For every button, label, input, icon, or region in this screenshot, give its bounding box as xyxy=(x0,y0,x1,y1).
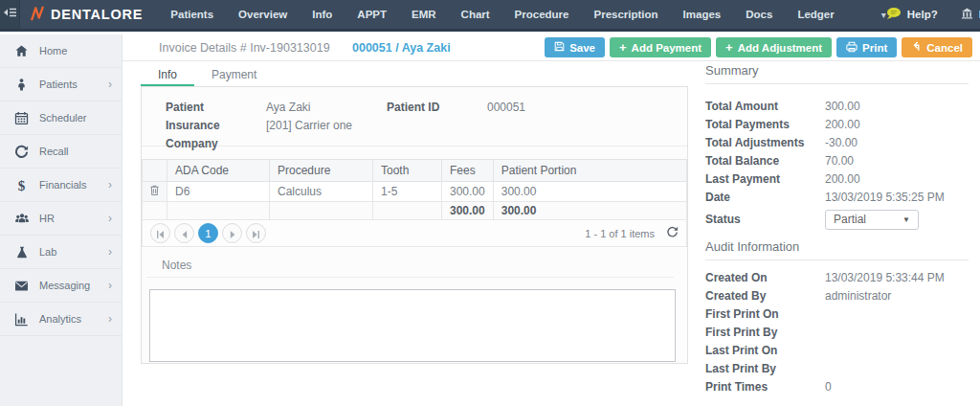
top-nav-item[interactable]: Docs xyxy=(733,0,785,29)
flask-icon xyxy=(13,244,30,260)
cell-ada-code: D6 xyxy=(167,182,270,202)
floppy-disk-icon xyxy=(554,41,565,54)
tab[interactable]: Payment xyxy=(194,66,274,86)
first-page-icon xyxy=(156,225,165,242)
topbar-right: Help? Dokki System Administrator ▼ xyxy=(886,3,980,26)
notes-textarea[interactable] xyxy=(149,289,676,362)
audit-row: Created On 13/03/2019 5:33:44 PM xyxy=(705,269,969,287)
current-page-button[interactable]: 1 xyxy=(198,223,218,243)
summary-row-value: 200.00 xyxy=(825,116,969,134)
sidebar-item[interactable]: Lab › xyxy=(0,236,122,269)
summary-row: Date 13/03/2019 5:35:25 PM xyxy=(705,189,969,207)
brand-name: DENTALORE xyxy=(51,7,143,22)
patient-id-label: Patient ID xyxy=(387,99,487,117)
audit-row: First Print On xyxy=(705,305,969,324)
col-tooth: Tooth xyxy=(373,160,442,182)
audit-row: Print Times 0 xyxy=(705,378,969,396)
sidebar-collapse-button[interactable] xyxy=(0,0,20,29)
cancel-button[interactable]: Cancel xyxy=(902,37,972,57)
sidebar-item[interactable]: HR › xyxy=(0,202,122,236)
page-title: Invoice Details # Inv-190313019 xyxy=(159,41,330,55)
sidebar-item[interactable]: Home › xyxy=(0,34,122,68)
next-page-icon xyxy=(229,225,236,242)
audit-row-label: Print Times xyxy=(705,378,825,396)
col-patient-portion: Patient Portion xyxy=(493,160,686,182)
cell-procedure: Calculus xyxy=(270,182,373,202)
sidebar-item-label: Analytics xyxy=(39,313,108,325)
dropdown-caret-icon: ▼ xyxy=(902,215,910,224)
audit-title: Audit Information xyxy=(705,239,969,260)
patient-info-block: Patient Aya Zaki Patient ID 000051 Insur… xyxy=(142,87,687,147)
summary-panel: Summary Total Amount 300.00 Total Paymen… xyxy=(705,63,969,396)
last-page-button[interactable] xyxy=(246,223,266,243)
col-fees: Fees xyxy=(442,160,494,182)
summary-rows: Total Amount 300.00 Total Payments 200.0… xyxy=(705,98,969,207)
clinic-building-icon xyxy=(961,8,973,21)
help-label: Help? xyxy=(907,9,938,20)
sidebar-item[interactable]: Analytics › xyxy=(0,303,122,336)
status-dropdown[interactable]: Partial ▼ xyxy=(825,210,919,230)
totals-row: 300.00 300.00 xyxy=(143,202,687,220)
chat-bubble-icon xyxy=(886,7,902,22)
summary-row: Last Payment 200.00 xyxy=(705,170,969,189)
top-nav-item[interactable]: Info xyxy=(300,0,345,29)
print-button[interactable]: Print xyxy=(836,37,897,57)
top-nav-item[interactable]: Prescription xyxy=(582,0,671,29)
chevron-right-icon: › xyxy=(108,280,112,291)
sidebar-item-label: Financials xyxy=(39,179,108,191)
summary-row-value: -30.00 xyxy=(825,134,969,152)
delete-row-button[interactable] xyxy=(143,182,167,202)
top-nav-item[interactable]: Overview xyxy=(226,0,300,29)
help-menu[interactable]: Help? xyxy=(886,7,938,22)
col-ada-code: ADA Code xyxy=(167,160,270,182)
sidebar-item[interactable]: Patients › xyxy=(0,68,122,102)
audit-row-label: Last Print By xyxy=(705,360,825,378)
summary-row-label: Total Amount xyxy=(705,98,825,116)
app-logo: DENTALORE xyxy=(30,6,143,24)
save-button[interactable]: Save xyxy=(545,37,605,57)
audit-row: Last Print On xyxy=(705,342,969,360)
top-nav-item[interactable]: Patients xyxy=(158,0,226,29)
people-icon xyxy=(13,211,30,227)
summary-row-label: Date xyxy=(705,189,825,207)
notes-divider xyxy=(146,277,674,278)
audit-row-value xyxy=(825,305,969,324)
trash-icon xyxy=(148,186,161,199)
plus-icon: + xyxy=(619,41,627,54)
sidebar-item[interactable]: $ Financials › xyxy=(0,169,122,202)
sidebar-item-label: Lab xyxy=(39,246,108,258)
sidebar-item-label: HR xyxy=(39,213,108,224)
top-nav-menu: PatientsOverviewInfoAPPTEMRChartProcedur… xyxy=(158,0,846,29)
recall-icon xyxy=(13,144,30,160)
sidebar-item[interactable]: Messaging › xyxy=(0,269,122,303)
top-nav-item[interactable]: Procedure xyxy=(502,0,582,29)
top-nav-item[interactable]: Images xyxy=(671,0,734,29)
prev-page-button[interactable] xyxy=(174,223,194,243)
patient-link[interactable]: 000051 / Aya Zaki xyxy=(352,41,451,55)
invoice-tabs: InfoPayment xyxy=(141,66,274,86)
summary-row: Total Payments 200.00 xyxy=(705,116,969,134)
summary-row-value: 200.00 xyxy=(825,170,969,189)
first-page-button[interactable] xyxy=(150,223,170,243)
next-page-button[interactable] xyxy=(222,223,242,243)
add-payment-button[interactable]: + Add Payment xyxy=(610,37,711,57)
total-fees: 300.00 xyxy=(442,202,494,220)
sidebar-item[interactable]: Recall › xyxy=(0,135,122,169)
last-page-icon xyxy=(252,225,260,242)
refresh-button[interactable] xyxy=(666,225,679,242)
cell-fees: 300.00 xyxy=(442,182,494,202)
sidebar-item[interactable]: Scheduler › xyxy=(0,102,122,135)
top-nav-item[interactable]: EMR xyxy=(399,0,449,29)
undo-arrow-icon xyxy=(911,41,922,54)
tab[interactable]: Info xyxy=(141,66,194,86)
audit-row-label: First Print By xyxy=(705,324,825,342)
top-nav-item[interactable]: APPT xyxy=(345,0,399,29)
audit-row-label: Last Print On xyxy=(705,342,825,360)
top-nav-item[interactable]: Chart xyxy=(449,0,502,29)
add-adjustment-button[interactable]: + Add Adjustment xyxy=(716,37,832,57)
summary-row: Total Adjustments -30.00 xyxy=(705,134,969,152)
header-actions: Save + Add Payment + Add Adjustment Prin… xyxy=(545,37,972,57)
top-nav-item[interactable]: Ledger xyxy=(785,0,846,29)
sidebar-item-label: Recall xyxy=(39,146,108,157)
clinic-selector[interactable]: Dokki xyxy=(961,8,980,21)
